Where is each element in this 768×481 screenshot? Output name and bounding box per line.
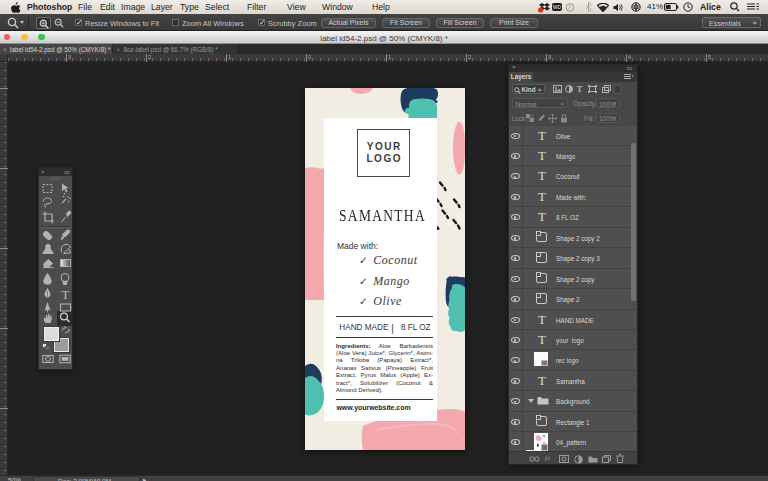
svg-text:T: T: [62, 287, 70, 302]
